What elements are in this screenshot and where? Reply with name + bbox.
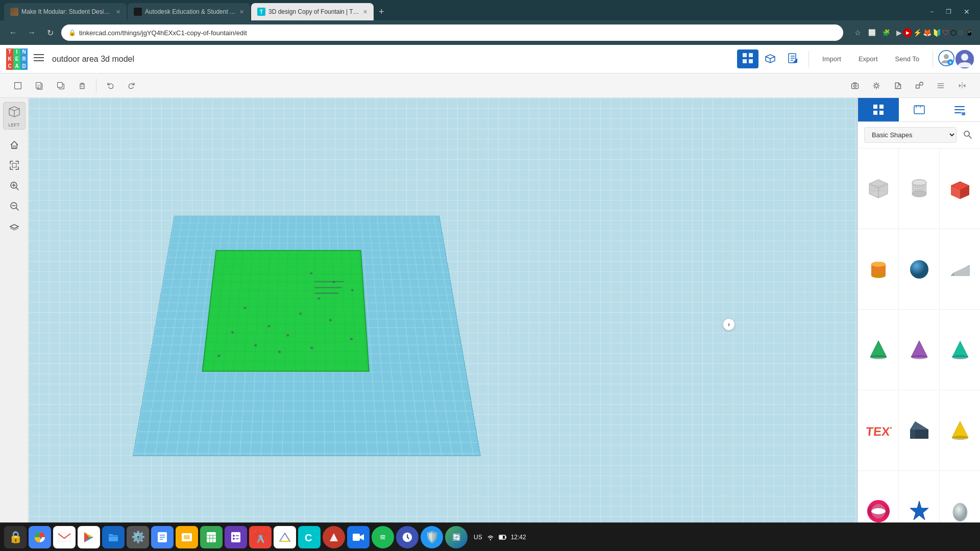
align-button[interactable] bbox=[931, 76, 950, 95]
notes-button[interactable] bbox=[782, 49, 803, 68]
svg-rect-6 bbox=[749, 59, 753, 63]
3d-view-button[interactable] bbox=[760, 49, 781, 68]
taskbar-security[interactable]: 🔒 bbox=[4, 526, 27, 548]
taskbar-forms[interactable] bbox=[225, 526, 247, 548]
line-object2 bbox=[314, 287, 341, 288]
shape-item-cone-teal[interactable] bbox=[940, 310, 980, 390]
light-button[interactable] bbox=[867, 76, 886, 95]
shape-item-pyramid-purple[interactable] bbox=[899, 310, 939, 390]
tab-label-autodesk: Autodesk Education & Student A... bbox=[145, 8, 236, 15]
taskbar-cut[interactable]: ✂️ bbox=[249, 526, 272, 548]
back-button[interactable]: ← bbox=[6, 26, 20, 40]
taskbar-system: US 12:42 bbox=[474, 533, 526, 541]
shape-item-prism-dark[interactable] bbox=[899, 390, 939, 470]
panel-header: Basic Shapes Featured Shapes Text & Numb… bbox=[858, 122, 980, 148]
home-view-button[interactable] bbox=[5, 136, 23, 154]
taskbar-spotify[interactable] bbox=[372, 526, 394, 548]
tab-tinkercad[interactable]: T 3D design Copy of Fountain | Tin... ✕ bbox=[251, 3, 374, 20]
taskbar-corona[interactable] bbox=[323, 526, 345, 548]
copy-paste-button[interactable] bbox=[30, 76, 49, 95]
bookmark-star-button[interactable]: ☆ bbox=[851, 27, 864, 39]
undo-button[interactable] bbox=[101, 76, 120, 95]
camera-button[interactable] bbox=[845, 76, 865, 95]
extensions-button[interactable]: 🧩 bbox=[880, 27, 892, 39]
layers-button[interactable] bbox=[5, 217, 23, 236]
tab-close-autodesk[interactable]: ✕ bbox=[239, 9, 244, 15]
user-avatar-button[interactable] bbox=[955, 50, 974, 68]
svg-rect-22 bbox=[916, 85, 919, 88]
green-shape[interactable] bbox=[202, 250, 369, 372]
taskbar-something[interactable]: 🔄 bbox=[445, 526, 468, 548]
import-button[interactable]: Import bbox=[814, 52, 849, 66]
svg-rect-69 bbox=[353, 534, 360, 541]
shapes-ruler-button[interactable] bbox=[899, 98, 940, 121]
minimize-button[interactable]: − bbox=[924, 6, 940, 18]
svg-point-50 bbox=[870, 355, 887, 359]
taskbar-slides[interactable] bbox=[176, 526, 198, 548]
collapse-panel-arrow[interactable]: › bbox=[723, 318, 735, 331]
taskbar-meet[interactable] bbox=[347, 526, 370, 548]
taskbar-antivirus[interactable]: 🛡️ bbox=[421, 526, 443, 548]
shapes-search-button[interactable] bbox=[961, 128, 974, 143]
tinkercad-logo[interactable]: T I N K E R C A D bbox=[6, 48, 28, 70]
duplicate-button[interactable] bbox=[51, 76, 70, 95]
export-button[interactable]: Export bbox=[850, 52, 886, 66]
view-icon bbox=[7, 105, 21, 121]
shapes-list-button[interactable] bbox=[939, 98, 980, 121]
tab-minecraft[interactable]: Make It Modular: Student Design... ✕ bbox=[4, 3, 127, 20]
reload-button[interactable]: ↻ bbox=[43, 26, 57, 40]
svg-rect-5 bbox=[743, 59, 747, 63]
shape-item-wedge[interactable] bbox=[940, 229, 980, 309]
restore-button[interactable]: ❐ bbox=[940, 6, 958, 18]
taskbar-chrome[interactable] bbox=[29, 526, 51, 548]
delete-button[interactable] bbox=[72, 76, 92, 95]
mirror-button[interactable] bbox=[952, 76, 972, 95]
user-profile-button[interactable]: + bbox=[938, 50, 954, 68]
shape-item-pyramid-green[interactable] bbox=[858, 310, 898, 390]
screen-cast-button[interactable]: ⬜ bbox=[866, 27, 878, 39]
shape-item-pyramid-yellow[interactable] bbox=[940, 390, 980, 470]
shape-item-cylinder-hole[interactable] bbox=[899, 148, 939, 229]
shape-item-box-hole[interactable] bbox=[858, 148, 898, 229]
forward-button[interactable]: → bbox=[24, 26, 39, 40]
redo-button[interactable] bbox=[122, 76, 141, 95]
shape-item-cylinder[interactable] bbox=[858, 229, 898, 309]
taskbar-canva[interactable]: C bbox=[298, 526, 321, 548]
ext5: 🛡 bbox=[942, 29, 949, 37]
hamburger-menu-button[interactable] bbox=[32, 51, 46, 67]
new-tab-button[interactable]: + bbox=[375, 5, 388, 19]
shape-item-red-box[interactable] bbox=[940, 148, 980, 229]
svg-text:C: C bbox=[305, 532, 312, 543]
taskbar-gmail[interactable] bbox=[53, 526, 76, 548]
taskbar-playstore[interactable] bbox=[78, 526, 100, 548]
tab-close-minecraft[interactable]: ✕ bbox=[116, 9, 120, 15]
grid-view-button[interactable] bbox=[737, 49, 758, 68]
taskbar-docs[interactable] bbox=[151, 526, 174, 548]
close-button[interactable]: ✕ bbox=[958, 6, 976, 18]
shape-item-sphere[interactable] bbox=[899, 229, 939, 309]
taskbar-clock[interactable] bbox=[396, 526, 419, 548]
logo-n: N bbox=[20, 48, 28, 56]
view-thumbnail[interactable]: LEFT bbox=[3, 102, 26, 130]
taskbar-drive[interactable] bbox=[274, 526, 296, 548]
svg-point-51 bbox=[911, 355, 927, 359]
canvas-area[interactable]: › Edit Grid Snap Grid 1.0 mm ▼ bbox=[29, 98, 857, 551]
shape-item-text[interactable]: TEXT bbox=[858, 390, 898, 470]
tab-autodesk[interactable]: Autodesk Education & Student A... ✕ bbox=[128, 3, 250, 20]
shapes-grid-view-button[interactable] bbox=[858, 98, 899, 121]
secure-icon: 🔒 bbox=[68, 29, 76, 36]
send-to-button[interactable]: Send To bbox=[887, 52, 927, 66]
url-box[interactable]: 🔒 tinkercad.com/things/jgYQ4hEXxC1-copy-… bbox=[61, 24, 843, 41]
shapes2-button[interactable] bbox=[910, 76, 929, 95]
taskbar-sheets[interactable] bbox=[200, 526, 223, 548]
zoom-in-button[interactable] bbox=[5, 177, 23, 195]
notes2-button[interactable] bbox=[888, 76, 908, 95]
dot bbox=[329, 319, 332, 321]
new-object-button[interactable] bbox=[8, 76, 28, 95]
tab-close-tinkercad[interactable]: ✕ bbox=[363, 9, 368, 15]
taskbar-files[interactable] bbox=[102, 526, 125, 548]
shapes-category-select[interactable]: Basic Shapes Featured Shapes Text & Numb… bbox=[864, 127, 957, 143]
taskbar-settings[interactable]: ⚙️ bbox=[127, 526, 149, 548]
fit-view-button[interactable] bbox=[5, 156, 23, 174]
zoom-out-button[interactable] bbox=[5, 197, 23, 215]
